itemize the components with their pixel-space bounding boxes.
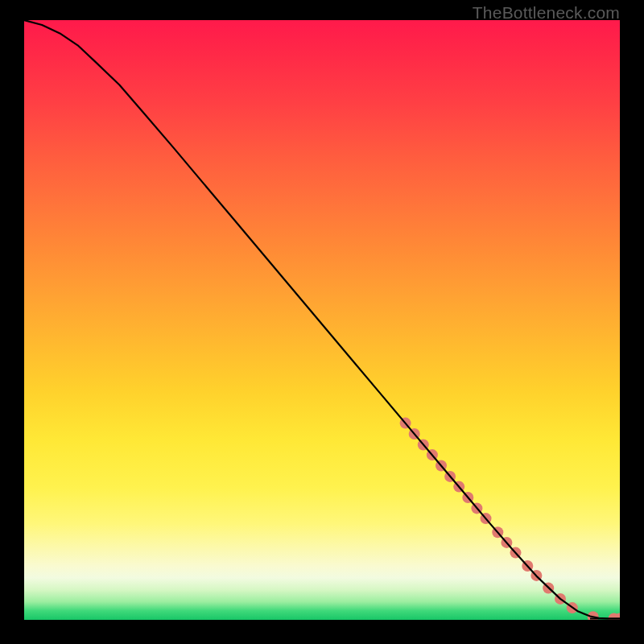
scatter-dots bbox=[400, 418, 620, 620]
plot-area bbox=[24, 20, 620, 620]
chart-stage: TheBottleneck.com bbox=[0, 0, 644, 644]
chart-svg bbox=[24, 20, 620, 620]
curve-line bbox=[24, 20, 620, 619]
